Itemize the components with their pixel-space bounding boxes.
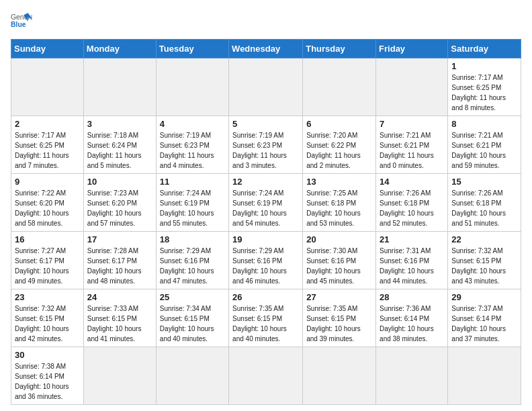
calendar-cell	[156, 347, 228, 405]
calendar-cell: 30Sunrise: 7:38 AM Sunset: 6:14 PM Dayli…	[11, 347, 84, 405]
calendar-cell: 17Sunrise: 7:28 AM Sunset: 6:17 PM Dayli…	[83, 232, 156, 289]
calendar-cell: 16Sunrise: 7:27 AM Sunset: 6:17 PM Dayli…	[11, 232, 84, 289]
day-info: Sunrise: 7:23 AM Sunset: 6:20 PM Dayligh…	[87, 188, 152, 228]
day-number: 19	[232, 234, 299, 244]
day-info: Sunrise: 7:37 AM Sunset: 6:14 PM Dayligh…	[451, 304, 517, 344]
day-number: 14	[380, 177, 444, 187]
calendar-cell: 9Sunrise: 7:22 AM Sunset: 6:20 PM Daylig…	[11, 174, 84, 232]
calendar-cell	[229, 347, 303, 405]
calendar-cell: 11Sunrise: 7:24 AM Sunset: 6:19 PM Dayli…	[156, 174, 228, 232]
calendar-cell: 26Sunrise: 7:35 AM Sunset: 6:15 PM Dayli…	[229, 289, 303, 347]
day-info: Sunrise: 7:24 AM Sunset: 6:19 PM Dayligh…	[160, 188, 225, 228]
day-number: 11	[160, 177, 225, 187]
week-row-4: 16Sunrise: 7:27 AM Sunset: 6:17 PM Dayli…	[11, 232, 521, 289]
day-number: 24	[87, 292, 152, 302]
day-number: 20	[306, 234, 372, 244]
day-info: Sunrise: 7:21 AM Sunset: 6:21 PM Dayligh…	[451, 130, 517, 171]
day-info: Sunrise: 7:34 AM Sunset: 6:15 PM Dayligh…	[160, 304, 225, 344]
page-header: GeneralBlue	[11, 11, 521, 32]
day-info: Sunrise: 7:35 AM Sunset: 6:15 PM Dayligh…	[306, 304, 372, 344]
svg-text:Blue: Blue	[11, 21, 26, 28]
calendar-cell: 23Sunrise: 7:32 AM Sunset: 6:15 PM Dayli…	[11, 289, 84, 347]
weekday-header-sunday: Sunday	[11, 40, 84, 58]
day-info: Sunrise: 7:18 AM Sunset: 6:24 PM Dayligh…	[87, 130, 152, 171]
day-info: Sunrise: 7:25 AM Sunset: 6:18 PM Dayligh…	[306, 188, 372, 228]
day-number: 2	[15, 119, 80, 129]
calendar-cell: 15Sunrise: 7:26 AM Sunset: 6:18 PM Dayli…	[448, 174, 521, 232]
day-info: Sunrise: 7:17 AM Sunset: 6:25 PM Dayligh…	[451, 73, 517, 113]
calendar-cell: 22Sunrise: 7:32 AM Sunset: 6:15 PM Dayli…	[448, 232, 521, 289]
calendar-cell: 27Sunrise: 7:35 AM Sunset: 6:15 PM Dayli…	[303, 289, 376, 347]
day-number: 1	[451, 61, 517, 71]
calendar-cell	[11, 58, 84, 116]
day-number: 4	[160, 119, 225, 129]
day-info: Sunrise: 7:38 AM Sunset: 6:14 PM Dayligh…	[15, 361, 80, 402]
calendar-cell: 28Sunrise: 7:36 AM Sunset: 6:14 PM Dayli…	[376, 289, 448, 347]
day-number: 21	[380, 234, 444, 244]
calendar-cell: 13Sunrise: 7:25 AM Sunset: 6:18 PM Dayli…	[303, 174, 376, 232]
week-row-2: 2Sunrise: 7:17 AM Sunset: 6:25 PM Daylig…	[11, 116, 521, 174]
calendar-cell: 24Sunrise: 7:33 AM Sunset: 6:15 PM Dayli…	[83, 289, 156, 347]
day-number: 27	[306, 292, 372, 302]
weekday-header-thursday: Thursday	[303, 40, 376, 58]
week-row-5: 23Sunrise: 7:32 AM Sunset: 6:15 PM Dayli…	[11, 289, 521, 347]
calendar-cell: 18Sunrise: 7:29 AM Sunset: 6:16 PM Dayli…	[156, 232, 228, 289]
day-number: 28	[380, 292, 444, 302]
weekday-header-friday: Friday	[376, 40, 448, 58]
calendar-cell: 2Sunrise: 7:17 AM Sunset: 6:25 PM Daylig…	[11, 116, 84, 174]
day-number: 18	[160, 234, 225, 244]
calendar-cell: 4Sunrise: 7:19 AM Sunset: 6:23 PM Daylig…	[156, 116, 228, 174]
day-info: Sunrise: 7:29 AM Sunset: 6:16 PM Dayligh…	[160, 246, 225, 286]
day-number: 10	[87, 177, 152, 187]
calendar-cell	[376, 347, 448, 405]
calendar-cell: 19Sunrise: 7:29 AM Sunset: 6:16 PM Dayli…	[229, 232, 303, 289]
calendar-cell: 7Sunrise: 7:21 AM Sunset: 6:21 PM Daylig…	[376, 116, 448, 174]
calendar-cell: 5Sunrise: 7:19 AM Sunset: 6:23 PM Daylig…	[229, 116, 303, 174]
weekday-header-row: SundayMondayTuesdayWednesdayThursdayFrid…	[11, 40, 521, 58]
calendar-cell: 8Sunrise: 7:21 AM Sunset: 6:21 PM Daylig…	[448, 116, 521, 174]
day-number: 30	[15, 350, 80, 360]
calendar-cell: 1Sunrise: 7:17 AM Sunset: 6:25 PM Daylig…	[448, 58, 521, 116]
week-row-1: 1Sunrise: 7:17 AM Sunset: 6:25 PM Daylig…	[11, 58, 521, 116]
calendar-cell: 29Sunrise: 7:37 AM Sunset: 6:14 PM Dayli…	[448, 289, 521, 347]
day-number: 8	[451, 119, 517, 129]
logo: GeneralBlue	[11, 11, 32, 32]
calendar-cell	[303, 347, 376, 405]
weekday-header-saturday: Saturday	[448, 40, 521, 58]
day-info: Sunrise: 7:24 AM Sunset: 6:19 PM Dayligh…	[232, 188, 299, 228]
day-number: 23	[15, 292, 80, 302]
day-info: Sunrise: 7:20 AM Sunset: 6:22 PM Dayligh…	[306, 130, 372, 171]
day-info: Sunrise: 7:28 AM Sunset: 6:17 PM Dayligh…	[87, 246, 152, 286]
day-info: Sunrise: 7:19 AM Sunset: 6:23 PM Dayligh…	[160, 130, 225, 171]
weekday-header-tuesday: Tuesday	[156, 40, 228, 58]
day-info: Sunrise: 7:27 AM Sunset: 6:17 PM Dayligh…	[15, 246, 80, 286]
calendar-cell	[229, 58, 303, 116]
day-number: 17	[87, 234, 152, 244]
day-number: 22	[451, 234, 517, 244]
day-info: Sunrise: 7:33 AM Sunset: 6:15 PM Dayligh…	[87, 304, 152, 344]
calendar-cell	[83, 347, 156, 405]
calendar-cell: 25Sunrise: 7:34 AM Sunset: 6:15 PM Dayli…	[156, 289, 228, 347]
calendar-cell: 20Sunrise: 7:30 AM Sunset: 6:16 PM Dayli…	[303, 232, 376, 289]
logo-icon: GeneralBlue	[11, 11, 32, 32]
calendar-cell	[83, 58, 156, 116]
day-info: Sunrise: 7:17 AM Sunset: 6:25 PM Dayligh…	[15, 130, 80, 171]
calendar-cell	[156, 58, 228, 116]
day-number: 26	[232, 292, 299, 302]
day-number: 16	[15, 234, 80, 244]
day-info: Sunrise: 7:31 AM Sunset: 6:16 PM Dayligh…	[380, 246, 444, 286]
calendar-cell: 21Sunrise: 7:31 AM Sunset: 6:16 PM Dayli…	[376, 232, 448, 289]
calendar-cell: 12Sunrise: 7:24 AM Sunset: 6:19 PM Dayli…	[229, 174, 303, 232]
day-number: 6	[306, 119, 372, 129]
day-info: Sunrise: 7:22 AM Sunset: 6:20 PM Dayligh…	[15, 188, 80, 228]
calendar-cell	[376, 58, 448, 116]
day-number: 9	[15, 177, 80, 187]
day-info: Sunrise: 7:19 AM Sunset: 6:23 PM Dayligh…	[232, 130, 299, 171]
day-info: Sunrise: 7:32 AM Sunset: 6:15 PM Dayligh…	[451, 246, 517, 286]
day-number: 5	[232, 119, 299, 129]
week-row-3: 9Sunrise: 7:22 AM Sunset: 6:20 PM Daylig…	[11, 174, 521, 232]
calendar-table: SundayMondayTuesdayWednesdayThursdayFrid…	[11, 39, 521, 405]
day-number: 15	[451, 177, 517, 187]
day-info: Sunrise: 7:35 AM Sunset: 6:15 PM Dayligh…	[232, 304, 299, 344]
day-number: 29	[451, 292, 517, 302]
